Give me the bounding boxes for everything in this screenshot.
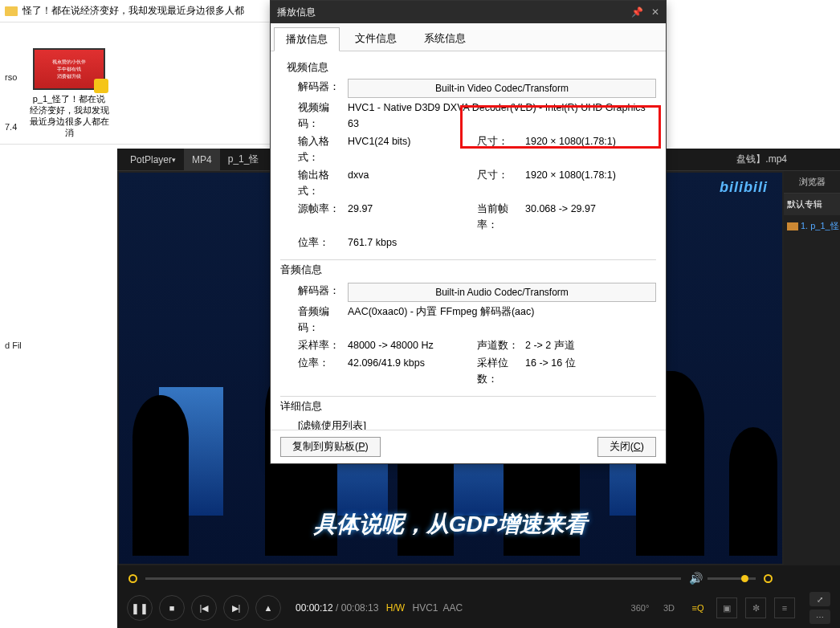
dialog-footer: 复制到剪贴板(P) 关闭(C) [271, 430, 666, 463]
audio-bitrate-value: 42.096/41.9 kbps [348, 355, 425, 387]
close-button[interactable]: 关闭(C) [597, 437, 656, 457]
sample-rate-value: 48000 -> 48000 Hz [348, 337, 434, 353]
channels-value: 2 -> 2 声道 [525, 337, 575, 353]
filter-list: [滤镜使用列表] (1) Built-in MP4 Source (2) Bui… [298, 418, 656, 430]
watermark-site: bilibili [720, 179, 768, 196]
output-size-value: 1920 × 1080(1.78:1) [525, 167, 616, 199]
control-bar: ❚❚ ■ |◀ ▶| ▲ 00:00:12 / 00:08:13 H/W HVC… [117, 588, 840, 628]
seek-bar-row: 🔊 [117, 569, 784, 588]
format-tab[interactable]: MP4 [184, 149, 220, 170]
playback-info-dialog: 播放信息 📌 ✕ 播放信息 文件信息 系统信息 视频信息 解码器： Built-… [270, 0, 667, 464]
tab-file-info[interactable]: 文件信息 [343, 27, 409, 51]
dialog-tabs: 播放信息 文件信息 系统信息 [271, 23, 666, 51]
pause-button[interactable]: ❚❚ [127, 595, 153, 621]
dialog-titlebar[interactable]: 播放信息 📌 ✕ [271, 1, 666, 23]
current-fps-value: 30.068 -> 29.97 [525, 201, 596, 233]
video-thumbnail: 视点赞的小伙伴 手中都有钱 消费都升级 [33, 48, 105, 90]
playlist-toggle-icon[interactable]: ≡Q [687, 597, 708, 618]
seek-end-dot[interactable] [764, 574, 773, 583]
eject-button[interactable]: ▲ [255, 595, 281, 621]
more-button[interactable]: ⋯ [809, 610, 830, 624]
3d-button[interactable]: 3D [659, 597, 679, 618]
stop-button[interactable]: ■ [159, 595, 185, 621]
title-suffix: 盘钱】.mp4 [736, 153, 787, 166]
right-controls: 360° 3D ≡Q ▣ ✼ ≡ ⤢ ⋯ [630, 592, 830, 624]
tab-playback-info[interactable]: 播放信息 [274, 27, 340, 51]
explorer-pane: 怪了！都在说经济变好，我却发现最近身边很多人都 rso 7.4 d Fil 视点… [0, 0, 270, 145]
sample-bits-value: 16 -> 16 位 [525, 355, 576, 387]
left-edge-labels: rso 7.4 d Fil [0, 32, 22, 366]
browser-tab[interactable]: 浏览器 [784, 171, 840, 194]
close-icon[interactable]: ✕ [651, 6, 659, 18]
address-bar[interactable]: 怪了！都在说经济变好，我却发现最近身边很多人都 [0, 0, 270, 22]
expand-up-button[interactable]: ⤢ [809, 592, 830, 606]
seek-start-dot[interactable] [128, 574, 137, 583]
video-file-icon [787, 222, 798, 230]
menu-button[interactable]: ≡ [774, 597, 795, 618]
output-format-value: dxva [348, 167, 369, 199]
video-bitrate-value: 761.7 kbps [348, 234, 397, 251]
file-name-label: p_1_怪了！都在说经济变好，我却发现最近身边很多人都在消 [29, 93, 109, 138]
vr360-button[interactable]: 360° [630, 597, 650, 618]
source-fps-value: 29.97 [348, 201, 373, 233]
video-codec-value: HVC1 - Native D3D9 DXVA Decoder(VLD) - I… [348, 100, 656, 132]
dialog-body: 视频信息 解码器： Built-in Video Codec/Transform… [271, 51, 666, 430]
copy-to-clipboard-button[interactable]: 复制到剪贴板(P) [280, 437, 381, 457]
audio-section-title: 音频信息 [280, 259, 656, 277]
playlist-item[interactable]: 1. p_1_怪 [784, 215, 840, 237]
playlist-panel: 浏览器 默认专辑 1. p_1_怪 [784, 171, 840, 565]
volume-slider[interactable] [707, 577, 756, 580]
settings-button[interactable]: ✼ [745, 597, 766, 618]
video-section-title: 视频信息 [287, 61, 656, 75]
next-button[interactable]: ▶| [223, 595, 249, 621]
file-thumbnail-card[interactable]: 视点赞的小伙伴 手中都有钱 消费都升级 p_1_怪了！都在说经济变好，我却发现最… [29, 48, 109, 138]
capture-button[interactable]: ▣ [716, 597, 737, 618]
title-tab[interactable]: p_1_怪 [220, 149, 267, 170]
seek-bar[interactable] [145, 577, 681, 580]
prev-button[interactable]: |◀ [191, 595, 217, 621]
volume-icon[interactable]: 🔊 [689, 572, 703, 585]
audio-decoder-button[interactable]: Built-in Audio Codec/Transform [348, 283, 656, 302]
audio-codec-value: AAC(0xaac0) - 内置 FFmpeg 解码器(aac) [348, 304, 534, 336]
dialog-title-text: 播放信息 [277, 6, 316, 19]
playlist-header[interactable]: 默认专辑 [784, 194, 840, 215]
folder-icon [5, 6, 18, 16]
video-size-value: 1920 × 1080(1.78:1) [525, 133, 616, 165]
tab-system-info[interactable]: 系统信息 [412, 27, 478, 51]
folder-path: 怪了！都在说经济变好，我却发现最近身边很多人都 [22, 4, 244, 18]
pin-icon[interactable]: 📌 [631, 6, 643, 18]
detail-section-title: 详细信息 [280, 396, 656, 414]
video-decoder-button[interactable]: Built-in Video Codec/Transform [348, 79, 656, 98]
subtitle-text: 具体说呢，从GDP增速来看 [119, 509, 782, 540]
input-format-value: HVC1(24 bits) [348, 133, 411, 165]
app-menu[interactable]: PotPlayer [122, 149, 184, 170]
time-display: 00:00:12 / 00:08:13 H/W HVC1 AAC [296, 602, 463, 614]
